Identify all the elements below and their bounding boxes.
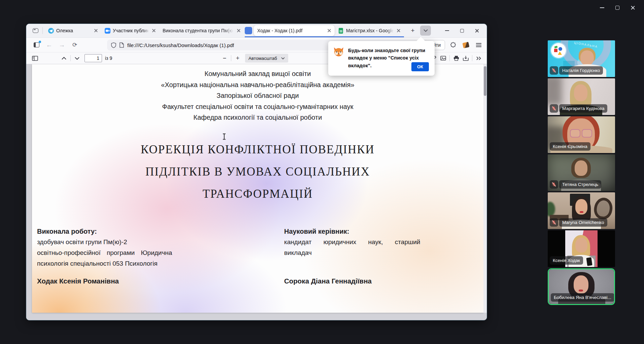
glasses-decoration bbox=[570, 129, 592, 137]
zoom-out-button[interactable]: − bbox=[220, 54, 229, 63]
browser-window-controls bbox=[440, 26, 484, 36]
print-icon bbox=[453, 55, 459, 61]
forward-button[interactable]: → bbox=[57, 40, 67, 50]
document-columns: Виконала роботу: здобувач освіти групи П… bbox=[32, 226, 483, 286]
participant-tile-active-speaker[interactable]: Бобилева Яна В'ячеславі... bbox=[548, 268, 615, 305]
tab-label: Участник публикации - Zoo bbox=[113, 28, 149, 33]
person-silhouette bbox=[575, 238, 587, 253]
supervisor-line: викладач bbox=[284, 247, 440, 258]
tab-document[interactable]: Виконала студентка групи Пм(ю bbox=[159, 25, 244, 36]
tab-close-icon[interactable] bbox=[151, 28, 157, 33]
participant-tile[interactable]: Тетяна Стрелець bbox=[548, 154, 615, 191]
list-all-tabs-button[interactable] bbox=[420, 26, 431, 36]
participants-panel: ЦІОНАЛЬНА Наталія Гордієнко Маргари bbox=[548, 40, 615, 305]
participant-name: Ксенія Ходак bbox=[550, 256, 583, 265]
browser-close-button[interactable] bbox=[469, 26, 484, 36]
document-title: КОРЕКЦІЯ КОНФЛІКТНОЇ ПОВЕДІНКИ ПІДЛІТКІВ… bbox=[32, 139, 483, 205]
participant-name: Ксенія Єрьоміна bbox=[550, 142, 590, 151]
scrollbar-track[interactable] bbox=[483, 64, 487, 313]
header-line: «Хортицька національна навчально-реабілі… bbox=[32, 79, 483, 90]
download-button[interactable] bbox=[461, 54, 470, 63]
next-page-button[interactable] bbox=[72, 54, 82, 63]
tab-close-icon[interactable] bbox=[236, 28, 241, 33]
extensions-button[interactable] bbox=[448, 40, 458, 50]
browser-minimize-button[interactable] bbox=[440, 26, 454, 36]
url-text: file:///C:/Users/ksusha/Downloads/Ходак … bbox=[127, 42, 234, 48]
person-silhouette bbox=[579, 290, 583, 292]
plant-decoration bbox=[548, 202, 555, 217]
app-menu-button[interactable] bbox=[474, 40, 483, 50]
pdf-viewer: Комунальний заклад вищої освіти «Хортиць… bbox=[26, 64, 487, 320]
pdf-toolbar-right bbox=[429, 54, 483, 63]
extension-button[interactable] bbox=[461, 40, 471, 50]
add-image-button[interactable] bbox=[438, 54, 448, 63]
supervisor-line: кандидат юридичних наук, старший bbox=[284, 237, 440, 247]
minimize-icon bbox=[600, 7, 604, 8]
firefox-view-button[interactable] bbox=[30, 26, 40, 35]
author-line: освітньо-професійної програми Юридична bbox=[37, 247, 193, 258]
header-line: Кафедра психології та соціальної роботи bbox=[32, 112, 483, 123]
muted-mic-icon bbox=[551, 106, 556, 111]
tab-group-blue: Ходак - Ходак (1).pdf Магістри.xlsx - Go… bbox=[245, 25, 404, 36]
print-button[interactable] bbox=[451, 54, 461, 63]
tab-close-icon[interactable] bbox=[327, 28, 332, 33]
popup-ok-button[interactable]: ОК bbox=[411, 62, 429, 71]
participant-label: Тетяна Стрелець bbox=[550, 180, 601, 189]
zoom-scale-select[interactable]: Автомасштаб bbox=[245, 54, 288, 63]
page-number-input[interactable]: 1 bbox=[84, 54, 102, 62]
background-shape bbox=[548, 78, 562, 105]
browser-maximize-button[interactable] bbox=[454, 26, 469, 36]
scrollbar-thumb[interactable] bbox=[484, 66, 486, 96]
shield-icon bbox=[111, 42, 116, 48]
plus-icon: + bbox=[411, 27, 414, 34]
tab-sheets[interactable]: Магістри.xlsx - Google Табли bbox=[335, 25, 404, 36]
zoom-in-button[interactable]: + bbox=[233, 54, 242, 63]
previous-page-button[interactable] bbox=[59, 54, 69, 63]
muted-mic-icon bbox=[551, 220, 556, 225]
pdf-sidebar-toggle-button[interactable] bbox=[30, 54, 40, 63]
person-silhouette bbox=[580, 50, 594, 65]
tab-telegram[interactable]: Олежка bbox=[45, 25, 101, 36]
firefox-view-icon bbox=[33, 28, 38, 33]
toolbar-divider bbox=[472, 55, 472, 61]
participant-tile[interactable]: ЦІОНАЛЬНА Наталія Гордієнко bbox=[548, 40, 615, 77]
reload-button[interactable]: ⟳ bbox=[69, 40, 80, 50]
back-button[interactable]: ← bbox=[44, 40, 55, 50]
author-line: здобувач освіти групи Пм(ю)-2 bbox=[37, 237, 193, 247]
tab-group-indicator[interactable] bbox=[245, 27, 252, 34]
tab-close-icon[interactable] bbox=[93, 28, 99, 33]
reload-icon: ⟳ bbox=[72, 41, 77, 48]
app-close-button[interactable] bbox=[625, 2, 641, 13]
participant-tile[interactable]: Маргарита Кудінова bbox=[548, 78, 615, 115]
extensions-puzzle-icon bbox=[450, 42, 456, 48]
participant-tile[interactable]: Maryna Omelchenko bbox=[548, 192, 615, 229]
extension-colored-icon bbox=[463, 42, 470, 48]
participant-label: Ксенія Ходак bbox=[550, 256, 583, 265]
menu-hamburger-icon bbox=[476, 43, 481, 47]
participant-name: Маргарита Кудінова bbox=[559, 104, 607, 113]
tab-close-icon[interactable] bbox=[396, 28, 401, 33]
title-line: КОРЕКЦІЯ КОНФЛІКТНОЇ ПОВЕДІНКИ bbox=[32, 139, 483, 161]
participant-tile[interactable]: Ксенія Єрьоміна bbox=[548, 116, 615, 153]
pdf-page: Комунальний заклад вищої освіти «Хортиць… bbox=[32, 64, 483, 313]
app-minimize-button[interactable] bbox=[594, 2, 610, 13]
participant-label: Ксенія Єрьоміна bbox=[550, 142, 590, 151]
author-line: психологія спеціальності 053 Психологія bbox=[37, 258, 193, 269]
participant-label: Наталія Гордієнко bbox=[550, 66, 603, 75]
participant-tile[interactable]: Ксенія Ходак bbox=[548, 230, 615, 267]
toolbar-divider bbox=[449, 55, 450, 61]
participant-label: Maryna Omelchenko bbox=[550, 218, 607, 227]
new-tab-button[interactable]: + bbox=[407, 26, 418, 36]
academy-logo bbox=[551, 43, 566, 58]
supervisor-block: Науковий керівник: кандидат юридичних на… bbox=[284, 226, 440, 286]
sidebar-toggle-button[interactable] bbox=[31, 40, 42, 50]
tab-pdf-active[interactable]: Ходак - Ходак (1).pdf bbox=[254, 25, 335, 36]
page-icon bbox=[120, 42, 124, 48]
close-icon bbox=[631, 5, 635, 10]
chevron-down-icon bbox=[281, 57, 285, 60]
tab-separator bbox=[42, 27, 43, 34]
app-maximize-button[interactable] bbox=[610, 2, 625, 13]
author-block: Виконала роботу: здобувач освіти групи П… bbox=[37, 226, 193, 286]
tab-zoom[interactable]: Участник публикации - Zoo bbox=[101, 25, 159, 36]
more-tools-button[interactable] bbox=[474, 54, 483, 63]
